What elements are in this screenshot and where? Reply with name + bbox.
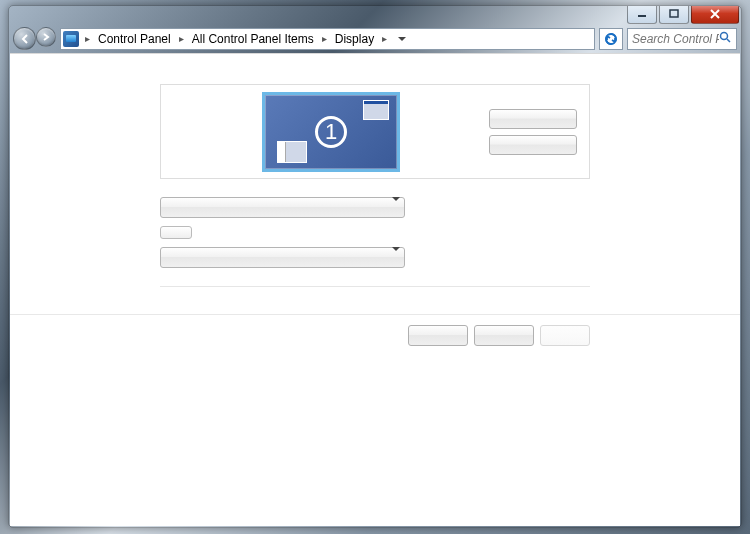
refresh-icon	[604, 32, 618, 46]
breadcrumb-separator-icon: ▸	[320, 33, 329, 44]
desktop-window-icon	[277, 141, 307, 163]
forward-button[interactable]	[36, 27, 56, 47]
search-box[interactable]	[627, 28, 737, 50]
caption-buttons	[627, 5, 739, 24]
cancel-button[interactable]	[474, 325, 534, 346]
display-panel-container: 1	[10, 54, 740, 189]
breadcrumb-display[interactable]: Display	[333, 30, 376, 48]
refresh-button[interactable]	[599, 28, 623, 50]
monitor-1-preview[interactable]: 1	[262, 92, 400, 172]
chevron-down-icon	[392, 201, 400, 215]
address-bar[interactable]: ▸ Control Panel ▸ All Control Panel Item…	[60, 28, 595, 50]
search-input[interactable]	[632, 32, 719, 46]
monitor-number-badge: 1	[315, 116, 347, 148]
breadcrumb-separator-icon: ▸	[177, 33, 186, 44]
desktop-window-icon	[363, 100, 389, 120]
monitor-preview-area: 1	[173, 92, 489, 172]
address-history-dropdown[interactable]	[393, 29, 409, 49]
breadcrumb-all-items[interactable]: All Control Panel Items	[190, 30, 316, 48]
ok-button[interactable]	[408, 325, 468, 346]
svg-rect-0	[638, 15, 646, 17]
content-area: 1	[10, 53, 740, 526]
breadcrumb-control-panel[interactable]: Control Panel	[96, 30, 173, 48]
resolution-select[interactable]	[160, 247, 405, 268]
back-arrow-icon	[19, 33, 31, 45]
close-button[interactable]	[691, 5, 739, 24]
breadcrumb-separator-icon: ▸	[380, 33, 389, 44]
close-icon	[709, 8, 721, 20]
chevron-down-icon	[398, 37, 406, 41]
window: ▸ Control Panel ▸ All Control Panel Item…	[8, 5, 742, 528]
panel-side-buttons	[489, 109, 577, 155]
apply-button[interactable]	[540, 325, 590, 346]
breadcrumb-separator-icon: ▸	[83, 33, 92, 44]
monitor-arrangement-panel: 1	[160, 84, 590, 179]
maximize-button[interactable]	[659, 5, 689, 24]
nav-buttons	[13, 27, 56, 50]
settings-form	[160, 189, 410, 268]
navigation-toolbar: ▸ Control Panel ▸ All Control Panel Item…	[9, 25, 741, 52]
svg-point-2	[721, 32, 728, 39]
minimize-button[interactable]	[627, 5, 657, 24]
title-bar	[9, 6, 741, 25]
back-button[interactable]	[13, 27, 36, 50]
small-field[interactable]	[160, 226, 192, 239]
identify-button[interactable]	[489, 135, 577, 155]
section-divider	[160, 286, 590, 314]
display-select[interactable]	[160, 197, 405, 218]
search-icon	[719, 31, 732, 47]
maximize-icon	[669, 9, 679, 19]
control-panel-icon	[63, 31, 79, 47]
detect-button[interactable]	[489, 109, 577, 129]
svg-rect-1	[670, 10, 678, 17]
forward-arrow-icon	[41, 32, 51, 42]
chevron-down-icon	[392, 251, 400, 265]
footer-buttons	[10, 315, 740, 346]
minimize-icon	[637, 9, 647, 19]
